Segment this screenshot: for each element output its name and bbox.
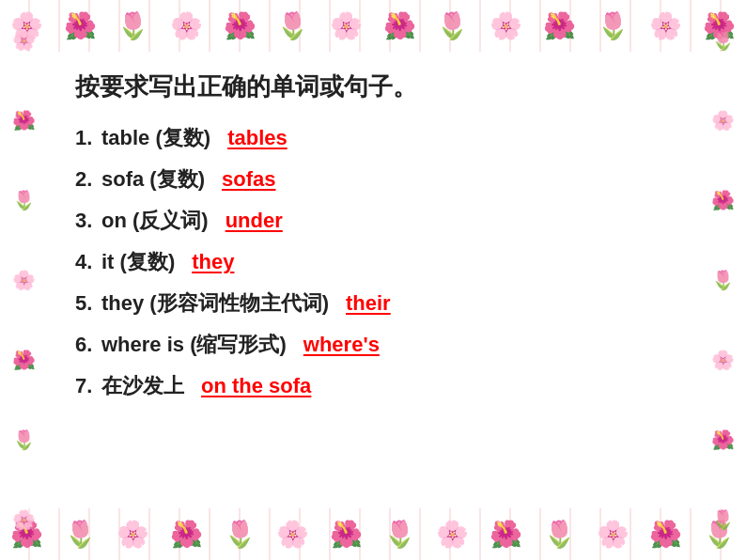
item-number-4: 4.	[75, 250, 101, 274]
flower-right: 🌺	[711, 428, 735, 451]
flower-left: 🌺	[12, 109, 36, 132]
border-top: 🌸🌺🌷🌸🌺🌷🌸🌺🌷🌸🌺🌷🌸🌺	[0, 0, 746, 52]
flower-top: 🌷	[436, 10, 469, 41]
flower-top: 🌺	[543, 10, 576, 41]
flower-top: 🌸	[330, 10, 363, 41]
flower-bottom: 🌺	[330, 519, 363, 550]
flower-right: 🌷	[711, 269, 735, 291]
item-answer-5: their	[346, 291, 421, 318]
flower-bottom: 🌺	[490, 519, 522, 550]
flower-bottom: 🌸	[436, 519, 469, 550]
flower-right: 🌷	[711, 508, 735, 531]
flower-bottom: 🌷	[224, 519, 256, 550]
flower-left: 🌸	[12, 508, 36, 531]
flower-top: 🌸	[490, 10, 522, 41]
item-answer-6: where's	[303, 333, 380, 359]
exercise-item-4: 4. it (复数) they	[75, 248, 671, 276]
exercise-item-1: 1. table (复数) tables	[75, 124, 671, 152]
item-answer-2: sofas	[222, 167, 297, 194]
flower-top: 🌷	[597, 10, 629, 41]
flower-top: 🌺	[224, 10, 256, 41]
item-question-4: it (复数)	[101, 248, 175, 276]
flower-bottom: 🌸	[117, 519, 149, 550]
flower-right: 🌺	[711, 189, 735, 211]
item-question-3: on (反义词)	[101, 207, 209, 235]
instruction: 按要求写出正确的单词或句子。	[75, 70, 671, 103]
border-right: 🌷🌸🌺🌷🌸🌺🌷	[699, 0, 746, 560]
item-number-7: 7.	[75, 374, 101, 398]
item-number-2: 2.	[75, 167, 101, 192]
item-answer-3: under	[225, 209, 301, 235]
flower-right: 🌸	[711, 349, 735, 371]
item-number-6: 6.	[75, 333, 101, 357]
flower-top: 🌸	[170, 10, 203, 41]
exercise-item-7: 7. 在沙发上 on the sofa	[75, 372, 671, 400]
flower-right: 🌸	[711, 109, 735, 132]
flower-left: 🌷	[12, 428, 36, 451]
flower-bottom: 🌺	[170, 519, 203, 550]
item-question-2: sofa (复数)	[101, 165, 205, 194]
page: 🌸🌺🌷🌸🌺🌷🌸🌺🌷🌸🌺🌷🌸🌺 🌺🌷🌸🌺🌷🌸🌺🌷🌸🌺🌷🌸🌺🌷 🌸🌺🌷🌸🌺🌷🌸 🌷🌸…	[0, 0, 746, 560]
exercise-item-5: 5. they (形容词性物主代词) their	[75, 289, 671, 318]
flower-bottom: 🌷	[543, 519, 576, 550]
flower-top: 🌷	[276, 10, 309, 41]
flower-bottom: 🌺	[649, 519, 682, 550]
flower-left: 🌸	[12, 269, 36, 291]
item-number-5: 5.	[75, 291, 101, 316]
exercise-list: 1. table (复数) tables 2. sofa (复数) sofas …	[75, 124, 671, 400]
item-number-3: 3.	[75, 209, 101, 233]
item-number-1: 1.	[75, 126, 101, 150]
flower-top: 🌷	[117, 10, 149, 41]
item-answer-1: tables	[227, 126, 303, 152]
item-question-1: table (复数)	[101, 124, 210, 152]
flower-left: 🌷	[12, 189, 36, 211]
item-answer-4: they	[192, 250, 267, 276]
item-answer-7: on the sofa	[201, 374, 311, 400]
item-question-7: 在沙发上	[101, 372, 184, 400]
border-left: 🌸🌺🌷🌸🌺🌷🌸	[0, 0, 47, 560]
exercise-item-2: 2. sofa (复数) sofas	[75, 165, 671, 194]
flower-bottom: 🌷	[64, 519, 97, 550]
flower-top: 🌸	[649, 10, 682, 41]
flower-right: 🌷	[711, 29, 735, 52]
flower-bottom: 🌷	[383, 519, 416, 550]
border-bottom: 🌺🌷🌸🌺🌷🌸🌺🌷🌸🌺🌷🌸🌺🌷	[0, 508, 746, 560]
flower-bottom: 🌸	[276, 519, 309, 550]
exercise-item-6: 6. where is (缩写形式) where's	[75, 331, 671, 359]
item-question-5: they (形容词性物主代词)	[101, 289, 329, 318]
main-content: 按要求写出正确的单词或句子。 1. table (复数) tables 2. s…	[47, 52, 699, 508]
flower-top: 🌺	[64, 10, 97, 41]
flower-left: 🌸	[12, 29, 36, 52]
item-question-6: where is (缩写形式)	[101, 331, 287, 359]
flower-top: 🌺	[383, 10, 416, 41]
exercise-item-3: 3. on (反义词) under	[75, 207, 671, 235]
flower-bottom: 🌸	[597, 519, 629, 550]
flower-left: 🌺	[12, 349, 36, 371]
